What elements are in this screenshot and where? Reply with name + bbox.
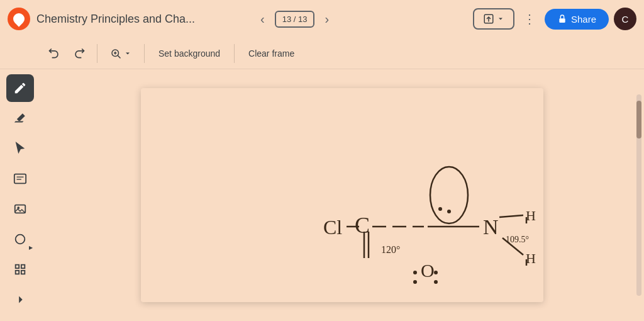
svg-line-5 [118, 55, 120, 58]
toolbar-divider-1 [97, 44, 97, 63]
svg-text:C: C [355, 213, 370, 238]
svg-rect-16 [21, 265, 25, 269]
redo-icon [73, 47, 86, 60]
user-avatar[interactable]: C [614, 8, 636, 30]
shape-icon [13, 232, 27, 246]
svg-point-44 [413, 280, 417, 284]
eraser-icon [13, 111, 27, 125]
vertical-scrollbar[interactable] [636, 94, 641, 296]
svg-text:O: O [421, 260, 435, 281]
app-logo [8, 8, 30, 30]
svg-point-42 [413, 271, 417, 274]
zoom-button[interactable] [105, 45, 136, 62]
svg-marker-8 [126, 52, 130, 54]
svg-text:Cl: Cl [323, 216, 342, 239]
clear-frame-button[interactable]: Clear frame [242, 45, 301, 62]
share-button[interactable]: Share [545, 9, 609, 30]
next-slide-button[interactable]: › [321, 8, 333, 30]
main-area: ▶ [0, 69, 644, 321]
svg-rect-17 [16, 271, 19, 274]
more-options-button[interactable]: ⋮ [519, 8, 540, 30]
more-tools-button[interactable] [6, 286, 34, 313]
toolbar-divider-2 [144, 44, 145, 63]
undo-button[interactable] [44, 43, 64, 64]
prev-slide-button[interactable]: ‹ [257, 8, 269, 30]
svg-point-45 [434, 280, 438, 284]
eraser-tool-button[interactable] [6, 104, 34, 132]
text-icon [13, 172, 27, 186]
svg-text:H: H [526, 208, 536, 223]
text-tool-button[interactable] [6, 165, 34, 193]
set-background-button[interactable]: Set background [152, 45, 226, 62]
image-tool-button[interactable] [6, 195, 34, 223]
more-tools-icon [13, 293, 27, 307]
svg-text:120°: 120° [381, 244, 400, 255]
frame-icon [13, 262, 27, 276]
scrollbar-thumb[interactable] [636, 101, 641, 138]
logo-icon [11, 11, 26, 26]
svg-line-36 [499, 215, 523, 217]
page-indicator: 13 / 13 [275, 11, 315, 28]
toolbar-divider-3 [234, 44, 235, 63]
svg-text:H: H [526, 251, 536, 266]
svg-marker-19 [19, 296, 23, 303]
upload-button[interactable] [473, 8, 514, 30]
shape-dropdown-arrow: ▶ [29, 245, 33, 251]
svg-point-20 [430, 167, 468, 223]
canvas-slide[interactable]: C Cl N 120° 109.5° [141, 88, 543, 302]
pen-icon [13, 81, 27, 95]
left-sidebar: ▶ [0, 69, 40, 321]
chemistry-drawing: C Cl N 120° 109.5° [141, 88, 543, 302]
shape-tool-button[interactable]: ▶ [6, 225, 34, 253]
header-right-actions: ⋮ Share C [473, 8, 636, 30]
svg-rect-18 [21, 271, 25, 274]
svg-point-21 [438, 207, 442, 211]
share-label: Share [571, 14, 596, 25]
zoom-dropdown-icon [124, 50, 131, 57]
image-icon [13, 202, 27, 216]
zoom-icon [110, 48, 121, 59]
toolbar: Set background Clear frame [0, 38, 644, 69]
canvas-container[interactable]: C Cl N 120° 109.5° [40, 69, 644, 321]
svg-point-43 [434, 271, 438, 274]
select-tool-button[interactable] [6, 135, 34, 162]
pen-tool-button[interactable] [6, 74, 34, 102]
redo-button[interactable] [69, 43, 89, 64]
svg-marker-2 [499, 18, 502, 20]
document-title: Chemistry Principles and Cha... [36, 13, 250, 26]
svg-rect-9 [14, 174, 26, 184]
lock-icon [557, 14, 567, 24]
svg-point-22 [447, 210, 451, 213]
svg-point-14 [16, 235, 25, 244]
dropdown-arrow-icon [497, 15, 504, 23]
frame-tool-button[interactable] [6, 256, 34, 283]
svg-text:N: N [483, 215, 499, 239]
svg-rect-3 [559, 18, 565, 23]
upload-icon [483, 13, 494, 25]
svg-rect-15 [16, 265, 19, 269]
select-icon [13, 142, 27, 155]
app-header: Chemistry Principles and Cha... ‹ 13 / 1… [0, 0, 644, 38]
undo-icon [48, 47, 60, 60]
